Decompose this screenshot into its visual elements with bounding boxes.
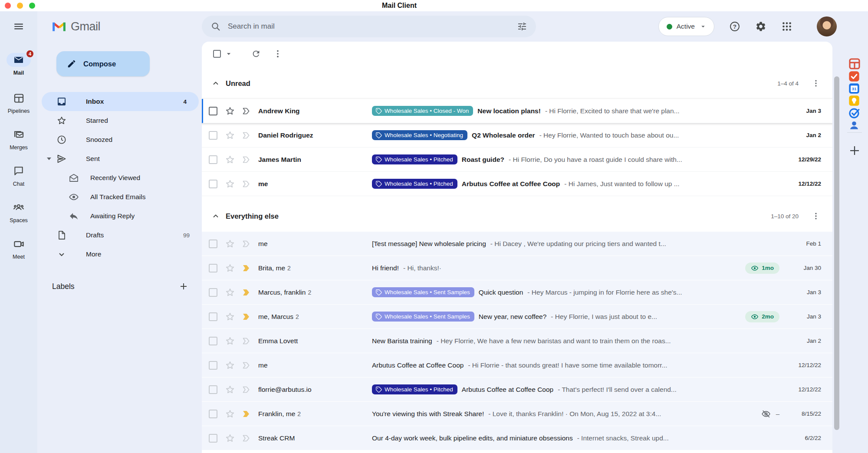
rail-item-pipelines[interactable]: Pipelines: [7, 91, 31, 121]
refresh-icon[interactable]: [251, 49, 261, 59]
select-all-checkbox[interactable]: [213, 50, 221, 58]
star-icon[interactable]: [225, 336, 235, 346]
email-row[interactable]: Streak CRMOur 4-day work week, bulk pipe…: [202, 426, 832, 450]
search-filters-icon[interactable]: [517, 21, 527, 32]
email-row[interactable]: Daniel RodriguezWholesale Sales • Negoti…: [202, 123, 832, 148]
calendar-icon[interactable]: 31: [848, 82, 861, 95]
importance-marker-icon[interactable]: [241, 336, 251, 346]
row-checkbox[interactable]: [209, 240, 217, 248]
importance-marker-icon[interactable]: [241, 409, 251, 419]
importance-marker-icon[interactable]: [241, 239, 251, 249]
contacts-icon[interactable]: [848, 119, 861, 131]
zoom-window-button[interactable]: [29, 3, 35, 9]
minimize-window-button[interactable]: [17, 3, 23, 9]
row-checkbox[interactable]: [209, 385, 217, 394]
star-icon[interactable]: [225, 179, 235, 189]
rail-item-merges[interactable]: Merges: [7, 128, 31, 158]
user-avatar[interactable]: [817, 16, 837, 36]
email-row[interactable]: Emma LovettNew Barista training- Hey Flo…: [202, 329, 832, 353]
search-icon[interactable]: [210, 21, 221, 32]
importance-marker-icon[interactable]: [241, 384, 251, 395]
row-checkbox[interactable]: [209, 312, 217, 321]
importance-marker-icon[interactable]: [241, 360, 251, 371]
email-row[interactable]: me[Test message] New wholesale pricing- …: [202, 232, 832, 256]
select-dropdown-caret-icon[interactable]: [224, 49, 233, 58]
google-apps-grid-icon[interactable]: [781, 21, 792, 32]
row-checkbox[interactable]: [209, 107, 217, 115]
scrollbar-thumb[interactable]: [834, 76, 839, 430]
compose-button[interactable]: Compose: [56, 51, 150, 76]
help-icon[interactable]: ?: [729, 21, 740, 32]
settings-gear-icon[interactable]: [755, 21, 766, 32]
star-icon[interactable]: [225, 263, 235, 273]
row-checkbox[interactable]: [209, 434, 217, 443]
close-window-button[interactable]: [5, 3, 11, 9]
collapse-triangle-icon[interactable]: [47, 158, 51, 160]
star-icon[interactable]: [225, 239, 235, 249]
importance-marker-icon[interactable]: [241, 106, 251, 116]
nav-item-starred[interactable]: Starred: [37, 111, 202, 130]
email-row[interactable]: florrie@arbutus.ioWholesale Sales • Pitc…: [202, 378, 832, 402]
nav-item-recently-viewed[interactable]: Recently Viewed: [37, 168, 202, 187]
star-icon[interactable]: [225, 409, 235, 419]
star-icon[interactable]: [225, 360, 235, 371]
nav-item-more[interactable]: More: [37, 245, 202, 264]
collapse-section-icon[interactable]: [211, 212, 220, 220]
nav-item-inbox[interactable]: Inbox4: [42, 92, 199, 111]
main-menu-icon[interactable]: [13, 21, 24, 32]
email-row[interactable]: Marcus, franklin2Wholesale Sales • Sent …: [202, 280, 832, 305]
email-row[interactable]: Brita, me2Hi friend!- Hi, thanks!·1moJan…: [202, 256, 832, 280]
importance-marker-icon[interactable]: [241, 179, 251, 189]
star-icon[interactable]: [225, 154, 235, 165]
row-checkbox[interactable]: [209, 264, 217, 272]
importance-marker-icon[interactable]: [241, 130, 251, 141]
pipeline-stage-badge[interactable]: Wholesale Sales • Negotiating: [372, 130, 467, 140]
email-row[interactable]: me, Marcus2Wholesale Sales • Sent Sample…: [202, 305, 832, 329]
email-row[interactable]: Andrew KingWholesale Sales • Closed - Wo…: [202, 99, 832, 123]
section-kebab-icon[interactable]: [812, 79, 820, 88]
pipeline-stage-badge[interactable]: Wholesale Sales • Sent Samples: [372, 287, 474, 297]
nav-item-all-tracked-emails[interactable]: All Tracked Emails: [37, 187, 202, 207]
importance-marker-icon[interactable]: [241, 287, 251, 298]
streak-status-dropdown[interactable]: Active: [658, 17, 714, 36]
star-icon[interactable]: [225, 384, 235, 395]
task-check-icon[interactable]: [848, 70, 861, 82]
pipeline-stage-badge[interactable]: Wholesale Sales • Pitched: [372, 154, 457, 164]
importance-marker-icon[interactable]: [241, 263, 251, 273]
star-icon[interactable]: [225, 106, 235, 116]
add-label-icon[interactable]: [178, 281, 189, 292]
keep-icon[interactable]: [848, 95, 861, 107]
star-icon[interactable]: [225, 433, 235, 443]
rail-item-meet[interactable]: Meet: [7, 237, 31, 267]
email-row[interactable]: meWholesale Sales • PitchedArbutus Coffe…: [202, 172, 832, 196]
importance-marker-icon[interactable]: [241, 433, 251, 443]
streak-sidebar-icon[interactable]: [848, 57, 861, 70]
row-checkbox[interactable]: [209, 131, 217, 140]
row-checkbox[interactable]: [209, 288, 217, 297]
more-options-kebab-icon[interactable]: [273, 49, 283, 59]
section-kebab-icon[interactable]: [812, 212, 820, 220]
pipeline-stage-badge[interactable]: Wholesale Sales • Pitched: [372, 179, 457, 189]
nav-item-drafts[interactable]: Drafts99: [37, 226, 202, 245]
pipeline-stage-badge[interactable]: Wholesale Sales • Sent Samples: [372, 312, 474, 322]
pipeline-stage-badge[interactable]: Wholesale Sales • Closed - Won: [372, 106, 473, 116]
search-input[interactable]: [228, 22, 510, 31]
star-icon[interactable]: [225, 287, 235, 298]
row-checkbox[interactable]: [209, 155, 217, 164]
rail-item-mail[interactable]: 4Mail: [7, 53, 31, 85]
nav-item-sent[interactable]: Sent: [37, 149, 202, 168]
star-icon[interactable]: [225, 312, 235, 322]
email-row[interactable]: Franklin, me2You're viewing this with St…: [202, 402, 832, 426]
rail-item-chat[interactable]: Chat: [7, 164, 31, 194]
row-checkbox[interactable]: [209, 410, 217, 418]
importance-marker-icon[interactable]: [241, 154, 251, 165]
get-addons-plus-icon[interactable]: [848, 144, 861, 157]
row-checkbox[interactable]: [209, 180, 217, 188]
email-row[interactable]: meArbutus Coffee at Coffee Coop- Hi Flor…: [202, 353, 832, 378]
star-icon[interactable]: [225, 130, 235, 141]
rail-item-spaces[interactable]: Spaces: [7, 200, 31, 231]
tasks-icon[interactable]: [848, 107, 861, 119]
nav-item-snoozed[interactable]: Snoozed: [37, 130, 202, 149]
importance-marker-icon[interactable]: [241, 312, 251, 322]
collapse-section-icon[interactable]: [211, 79, 220, 88]
